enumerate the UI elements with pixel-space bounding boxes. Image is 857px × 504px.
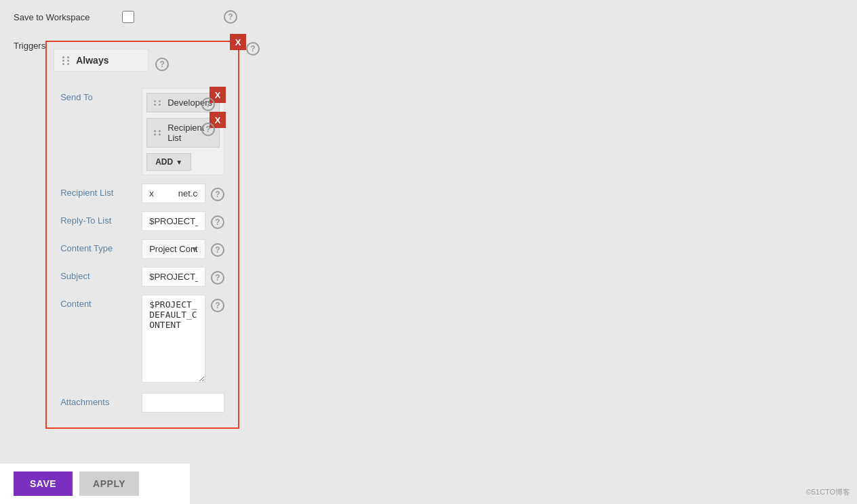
recipient-developers: Developers X ? [146,93,220,112]
reply-to-list-row: Reply-To List ? [60,211,224,231]
main-content: Save to Workspace ? Triggers ? [0,0,857,504]
developers-help-icon[interactable]: ? [201,98,215,111]
save-to-workspace-row: Save to Workspace ? [14,7,237,27]
trigger-block-close-button[interactable]: X [230,34,246,50]
recipient-list-field-label: Recipient List [60,184,142,198]
content-row: Content $PROJECT_DEFAULT_CONTENT ? [60,295,224,385]
reply-to-list-input[interactable] [142,211,205,231]
content-type-content: Project Content Type text/html text/plai… [142,239,205,259]
trigger-name-label: Always [76,55,108,66]
trigger-form-section: Send To [54,88,231,413]
save-to-workspace-label: Save to Workspace [14,12,122,22]
send-to-content: Developers X ? [142,88,224,175]
subject-content [142,267,205,287]
content-type-help-icon[interactable]: ? [211,243,224,257]
recipient-list-help-icon[interactable]: ? [201,123,215,136]
content-field-content: $PROJECT_DEFAULT_CONTENT [142,295,205,385]
trigger-header-row: Always ? [54,49,231,80]
page-wrapper: Save to Workspace ? Triggers ? [0,0,857,504]
apply-button[interactable]: APPLY [79,471,139,496]
content-textarea[interactable]: $PROJECT_DEFAULT_CONTENT [142,295,205,383]
send-to-label: Send To [60,88,142,102]
triggers-row: Triggers ? X [14,38,237,436]
bottom-bar: SAVE APPLY [0,463,190,504]
always-trigger-help-icon[interactable]: ? [155,58,169,71]
watermark-text: ©51CTO博客 [806,487,850,497]
add-arrow-icon: ▼ [176,159,182,166]
reply-to-help-icon[interactable]: ? [211,215,224,229]
subject-label: Subject [60,267,142,281]
left-panel: Save to Workspace ? Triggers ? [0,0,251,504]
triggers-content: ? X [45,41,239,436]
triggers-help-icon[interactable]: ? [246,42,260,56]
subject-help-icon[interactable]: ? [211,271,224,285]
triggers-label: Triggers [14,41,45,51]
trigger-header: Always [54,49,148,72]
attachments-input[interactable] [142,393,224,413]
recipient-list-input[interactable] [142,184,205,203]
reply-to-list-label: Reply-To List [60,211,142,226]
trigger-block-always: X Always [45,41,239,429]
recipient-list-help-icon-outer[interactable]: ? [211,188,224,201]
recipient-list-field-content [142,184,205,203]
recipients-area: Developers X ? [142,88,224,175]
reply-to-list-content [142,211,205,231]
attachments-label: Attachments [60,393,142,407]
developers-drag-icon [154,100,162,106]
send-to-row: Send To [60,88,224,175]
add-recipient-button[interactable]: ADD ▼ [146,153,191,171]
attachments-row: Attachments [60,393,224,413]
content-label: Content [60,295,142,309]
content-help-icon[interactable]: ? [211,299,224,312]
content-type-select[interactable]: Project Content Type text/html text/plai… [142,239,205,259]
subject-row: Subject ? [60,267,224,287]
content-type-label: Content Type [60,239,142,253]
content-type-row: Content Type Project Content Type text/h… [60,239,224,259]
attachments-content [142,393,224,413]
save-to-workspace-checkbox[interactable] [122,11,134,23]
recipientlist-drag-icon [154,130,162,135]
drag-handle-icon [62,56,71,65]
recipient-list-item: Recipient List X ? [146,118,220,148]
save-button[interactable]: SAVE [14,471,73,496]
subject-input[interactable] [142,267,205,287]
save-workspace-help-icon[interactable]: ? [224,10,237,24]
recipient-list-field-row: Recipient List ? [60,184,224,203]
